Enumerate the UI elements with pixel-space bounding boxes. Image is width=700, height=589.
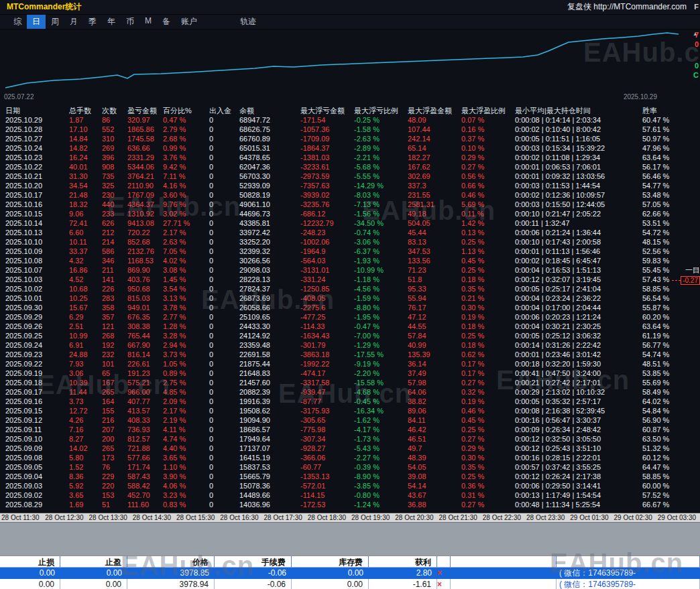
price-marker-tag: -0.27 <box>681 276 700 285</box>
stats-col-header[interactable]: 日期 <box>5 106 69 115</box>
table-row[interactable]: 2025.09.1512.72155413.572.17 %019508.62-… <box>0 406 700 415</box>
stats-col-header[interactable]: 最大浮盈金额 <box>408 106 461 115</box>
menu-item-月[interactable]: 月 <box>64 15 83 29</box>
table-row[interactable]: 2025.09.051.5276171.741.10 %015837.53-60… <box>0 462 700 472</box>
stat-cell: -3.85 % <box>354 481 408 490</box>
stats-col-header[interactable]: 胜率 <box>642 106 700 115</box>
table-row[interactable]: 2025.10.2414.82269636.660.99 %065015.31-… <box>0 143 700 153</box>
table-row[interactable]: 2025.10.291.8786320.970.47 %068947.72-17… <box>0 115 700 125</box>
table-row[interactable]: 2025.10.2316.243962331.293.76 %064378.65… <box>0 153 700 162</box>
table-row[interactable]: 2025.08.291.6951111.600.83 %014036.96-17… <box>0 500 700 509</box>
stat-cell: 0 <box>209 434 239 444</box>
table-row[interactable]: 2025.10.0210.68226950.683.54 %027824.37-… <box>0 284 700 293</box>
menu-item-周[interactable]: 周 <box>46 15 64 29</box>
table-row[interactable]: 2025.09.227.93101226.611.05 %021875.44-1… <box>0 359 700 369</box>
table-row[interactable]: 2025.10.0110.25283815.033.13 %026873.69-… <box>0 293 700 303</box>
table-row[interactable]: 2025.10.136.60212720.222.17 %033972.42-2… <box>0 228 700 237</box>
stat-cell: 0:00:12 | 0:32:07 | 3:19:45 <box>515 275 642 284</box>
stats-col-header[interactable]: 余额 <box>239 106 300 115</box>
stat-cell: 48.51 % <box>642 359 700 369</box>
table-row[interactable]: 2025.09.085.80173577.663.65 %016415.19-3… <box>0 453 700 462</box>
table-row[interactable]: 2025.10.2034.543252110.904.16 %052939.09… <box>0 181 700 190</box>
table-row[interactable]: 2025.10.159.062331310.923.02 %044696.73-… <box>0 209 700 218</box>
table-row[interactable]: 2025.09.296.29357676.352.77 %025109.65-4… <box>0 312 700 322</box>
table-row[interactable]: 2025.09.2324.88232816.143.73 %022691.58-… <box>0 350 700 359</box>
table-row[interactable]: 2025.09.117.16207736.934.11 %018686.57-7… <box>0 425 700 434</box>
stat-cell: 1.13 % <box>461 247 515 256</box>
table-row[interactable]: 2025.10.2131.307353764.217.11 %056703.30… <box>0 172 700 181</box>
table-row[interactable]: 2025.10.2240.019085344.069.42 %062047.36… <box>0 162 700 172</box>
table-row[interactable]: 2025.09.163.73164407.772.09 %019916.39-8… <box>0 397 700 406</box>
stat-cell: 0:00:03 | 0:11:53 | 1:44:54 <box>515 181 642 190</box>
stat-cell: 4.11 % <box>163 425 209 434</box>
menu-item-trail[interactable]: 轨迹 <box>240 16 256 27</box>
stat-cell: 2025.10.15 <box>5 209 69 218</box>
position-row[interactable]: 0.000.003978.85-0.060.002.80×( 微信：174639… <box>0 568 700 579</box>
stat-cell: 51.32 % <box>642 444 700 453</box>
stat-cell: 242.14 <box>408 134 461 143</box>
table-row[interactable]: 2025.10.1618.324404364.379.76 %049061.10… <box>0 200 700 209</box>
table-row[interactable]: 2025.10.0933.375862132.767.05 %032399.32… <box>0 247 700 256</box>
stat-cell: 283 <box>102 293 127 303</box>
table-row[interactable]: 2025.09.246.91192667.902.94 %023359.48-3… <box>0 340 700 350</box>
stat-cell: -12232.79 <box>300 218 354 228</box>
stat-cell: 0 <box>209 303 239 312</box>
table-row[interactable]: 2025.09.1711.44265966.004.85 %020882.39-… <box>0 387 700 397</box>
table-row[interactable]: 2025.10.2817.105521865.862.79 %068626.75… <box>0 125 700 134</box>
brand-url[interactable]: http://MTCommander.com <box>593 2 687 11</box>
stat-cell: -3131.01 <box>300 265 354 275</box>
table-row[interactable]: 2025.09.262.51121308.381.28 %024433.30-1… <box>0 322 700 331</box>
table-row[interactable]: 2025.09.108.27200812.574.74 %017949.64-3… <box>0 434 700 444</box>
table-row[interactable]: 2025.10.1472.416269413.0827.71 %043385.8… <box>0 218 700 228</box>
table-row[interactable]: 2025.10.1010.11214852.682.63 %033252.20-… <box>0 237 700 247</box>
stat-cell: 0 <box>209 312 239 322</box>
menu-item-季[interactable]: 季 <box>83 15 102 29</box>
stat-cell: 53.51 % <box>642 218 700 228</box>
menu-item-年[interactable]: 年 <box>102 15 121 29</box>
stat-cell: -2.63 % <box>354 134 408 143</box>
stat-cell: 26873.69 <box>239 293 300 303</box>
menu-item-综[interactable]: 综 <box>8 15 27 29</box>
close-icon[interactable]: × <box>437 568 451 579</box>
table-row[interactable]: 2025.09.124.26216408.332.19 %019094.90-3… <box>0 415 700 425</box>
stats-col-header[interactable]: 盈亏金额 <box>127 106 163 115</box>
table-row[interactable]: 2025.09.023.65153452.703.23 %014489.66-1… <box>0 490 700 500</box>
menu-item-M[interactable]: M <box>139 15 157 29</box>
position-row[interactable]: 0.000.003978.94-0.060.00-1.61×( 微信：17463… <box>0 579 700 589</box>
stat-cell: 0.29 % <box>461 444 515 453</box>
stat-cell: 56703.30 <box>239 172 300 181</box>
edge-glyph: F <box>694 3 699 11</box>
stats-col-header[interactable]: 最小平均|最大持仓时间 <box>515 106 642 115</box>
table-row[interactable]: 2025.09.3015.67358949.013.78 %026058.66-… <box>0 303 700 312</box>
table-row[interactable]: 2025.10.084.323461168.534.02 %030266.56-… <box>0 256 700 265</box>
table-row[interactable]: 2025.09.035.92220588.424.06 %015078.36-5… <box>0 481 700 490</box>
stats-col-header[interactable]: 百分比% <box>163 106 209 115</box>
menu-item-币[interactable]: 币 <box>121 15 139 29</box>
time-axis-label: 28 Oct 12:30 <box>44 514 87 521</box>
menu-item-日[interactable]: 日 <box>27 15 46 29</box>
table-row[interactable]: 2025.09.048.36229587.433.90 %015665.79-1… <box>0 472 700 481</box>
stats-col-header[interactable]: 最大浮亏金额 <box>300 106 354 115</box>
stats-col-header[interactable]: 最大浮亏比例 <box>354 106 408 115</box>
table-row[interactable]: 2025.09.1810.39167575.212.75 %021457.60-… <box>0 378 700 387</box>
menu-item-备[interactable]: 备 <box>157 15 176 29</box>
table-row[interactable]: 2025.09.0914.02265721.884.40 %017137.07-… <box>0 444 700 453</box>
table-row[interactable]: 2025.10.1721.482301767.093.60 %050828.19… <box>0 190 700 200</box>
table-row[interactable]: 2025.10.034.52141403.761.45 %028228.13-3… <box>0 275 700 284</box>
table-row[interactable]: 2025.10.0716.86211869.903.08 %029098.03-… <box>0 265 700 275</box>
stats-col-header[interactable]: 出入金 <box>209 106 239 115</box>
stats-col-header[interactable]: 最大浮盈比例 <box>461 106 515 115</box>
stat-cell: 76.17 <box>408 303 461 312</box>
table-row[interactable]: 2025.09.2510.99268765.443.28 %024124.92-… <box>0 331 700 340</box>
stat-cell: 66760.89 <box>239 134 300 143</box>
stats-col-header[interactable]: 总手数 <box>69 106 102 115</box>
table-row[interactable]: 2025.10.2714.843101745.582.68 %066760.89… <box>0 134 700 143</box>
menu-item-账户[interactable]: 账户 <box>176 15 202 29</box>
equity-chart[interactable]: 025.07.22 2025.10.29 ▲ <box>0 29 700 102</box>
close-icon[interactable]: × <box>437 579 451 589</box>
stat-cell: 45.44 <box>408 228 461 237</box>
stats-col-header[interactable]: 次数 <box>102 106 127 115</box>
table-row[interactable]: 2025.09.193.0665191.230.89 %021648.83-47… <box>0 369 700 378</box>
stat-cell: 0 <box>209 350 239 359</box>
stat-cell: 27.71 % <box>163 218 209 228</box>
